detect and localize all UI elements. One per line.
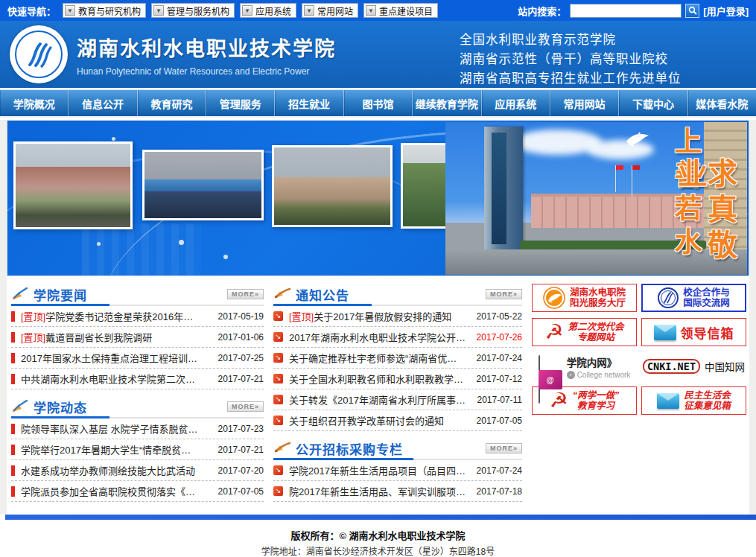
news-item-title[interactable]: 院领导率队深入基层 水院学子情系脱贫… [21, 421, 212, 436]
chevron-down-icon[interactable]: ▼ [242, 5, 252, 16]
news-item-title[interactable]: 中共湖南水利水电职业技术学院第二次… [21, 372, 212, 386]
badge-democratic-life-mailbox[interactable]: 民主生活会征集意见箱 [641, 386, 746, 415]
news-item-title[interactable]: 2017年国家水土保持重点治理工程培训… [21, 351, 212, 365]
news-item-title[interactable]: 学院党委书记范金星荣获2016年… [45, 309, 212, 323]
pinned-tag: [置顶] [289, 309, 314, 323]
badge-cnki[interactable]: CNKI.NET 中国知网 [641, 352, 746, 381]
news-item-title[interactable]: 学院举行2017年暑期大学生“情牵脱贫… [21, 442, 212, 456]
section-title: 学院动态 [34, 398, 87, 416]
chevron-down-icon[interactable]: ▼ [65, 5, 75, 16]
pinned-tag: [置顶] [21, 309, 45, 323]
notice-item[interactable]: ↘ 关于转发《2017年湖南省水利厅所属事… 2017-07-11 [273, 389, 522, 410]
notice-item[interactable]: ↘ [置顶] 关于2017年暑假放假安排的通知 2017-05-22 [273, 306, 522, 327]
notice-item-title[interactable]: 关于确定推荐杜宇老师参选“湖南省优… [289, 351, 471, 365]
badge-leader-mailbox[interactable]: 领导信箱 [641, 318, 746, 346]
news-item[interactable]: [置顶] 学院党委书记范金星荣获2016年… 2017-05-19 [11, 306, 264, 327]
news-item[interactable]: 中共湖南水利水电职业技术学院第二次… 2017-07-21 [11, 369, 264, 389]
notice-item[interactable]: ↘ 关于确定推荐杜宇老师参选“湖南省优… 2017-07-24 [273, 348, 522, 369]
red-bar-bullet-icon [11, 353, 15, 363]
search-icon [688, 6, 697, 15]
bidding-item[interactable]: ↘ 院2017年新生生活用品、军训实训服项… 2017-07-18 [273, 481, 522, 502]
cnki-logo: CNKI.NET [643, 359, 700, 374]
news-list: [置顶] 学院党委书记范金星荣获2016年… 2017-05-19 [置顶] 戴… [11, 306, 264, 389]
news-item[interactable]: 院领导率队深入基层 水院学子情系脱贫… 2017-07-23 [11, 418, 264, 439]
notice-item-date: 2017-07-11 [477, 395, 523, 405]
hammer-sickle-icon: ☭ [544, 322, 563, 343]
honor-line: 湖南省示范性（骨干）高等职业院校 [460, 49, 682, 69]
search-button[interactable] [685, 4, 699, 18]
badge-party-congress[interactable]: ☭ 第二次党代会专题网站 [532, 318, 637, 346]
more-button[interactable]: MORE» [227, 401, 264, 412]
more-button[interactable]: MORE» [486, 443, 522, 453]
news-item-title[interactable]: 戴道晋副省长到我院调研 [45, 330, 212, 344]
notice-item-date: 2017-07-05 [477, 416, 522, 426]
notice-item[interactable]: ↘ 关于全国水利职教名师和水利职教教学… 2017-07-12 [273, 369, 522, 389]
bidding-item[interactable]: ↘ 学院2017年新生生活用品项目（品目四… 2017-07-24 [273, 460, 522, 481]
arrow-square-bullet-icon: ↘ [273, 486, 283, 496]
honor-list: 全国水利职业教育示范学院 湖南省示范性（骨干）高等职业院校 湖南省高职高专招生就… [460, 30, 682, 88]
nav-item-media[interactable]: 媒体看水院 [688, 90, 756, 116]
notice-item-title[interactable]: 关于2017年暑假放假安排的通知 [314, 309, 470, 323]
notice-item[interactable]: ↘ 2017年湖南水利水电职业技术学院公开… 2017-07-26 [273, 327, 522, 348]
bidding-item-title[interactable]: 学院2017年新生生活用品项目（品目四… [289, 463, 471, 477]
bidding-item-date: 2017-07-18 [477, 486, 522, 497]
banner-photo-students-event[interactable] [142, 150, 264, 220]
red-bar-bullet-icon [11, 332, 15, 343]
badge-two-studies[interactable]: ☭ “两学一做”教育学习 [532, 386, 637, 415]
badge-college-intranet[interactable]: @ 学院内网》 ›College network [532, 352, 637, 381]
news-item[interactable]: 学院举行2017年暑期大学生“情牵脱贫… 2017-07-21 [11, 439, 264, 460]
school-logo[interactable] [10, 25, 68, 83]
dropdown-education-research[interactable]: ▼ 教育与研究机构 [63, 3, 146, 18]
decorative-dot [112, 137, 115, 141]
chevron-down-icon[interactable]: ▼ [304, 5, 314, 16]
footer-divider-bar [5, 515, 756, 520]
chevron-down-icon[interactable]: ▼ [153, 5, 164, 16]
nav-item-education-research[interactable]: 教育研究 [138, 90, 206, 116]
nav-item-library[interactable]: 图书馆 [344, 90, 413, 116]
notices-list: ↘ [置顶] 关于2017年暑假放假安排的通知 2017-05-22 ↘ 201… [273, 306, 522, 431]
search-input[interactable] [570, 4, 682, 18]
school-title-english: Hunan Polytechnic of Water Resources and… [77, 66, 336, 77]
quick-nav-label: 快速导航： [7, 4, 56, 18]
title-underline [273, 458, 413, 460]
notice-item-title[interactable]: 关于组织召开教学改革研讨会的通知 [289, 413, 471, 427]
dropdown-management-service[interactable]: ▼ 管理与服务机构 [151, 3, 235, 18]
banner-photo-campus-view[interactable] [272, 145, 393, 227]
news-item[interactable]: 学院派员参加全省高职院校贯彻落实《… 2017-07-05 [11, 481, 264, 502]
bidding-item-title[interactable]: 院2017年新生生活用品、军训实训服项… [289, 484, 471, 498]
notice-item-title[interactable]: 关于全国水利职教名师和水利职教教学… [289, 372, 471, 386]
news-item[interactable]: [置顶] 戴道晋副省长到我院调研 2017-01-06 [11, 327, 264, 348]
more-button[interactable]: MORE» [227, 289, 264, 299]
notice-item-title[interactable]: 关于转发《2017年湖南省水利厅所属事… [289, 392, 471, 407]
arrow-square-bullet-icon: ↘ [273, 332, 283, 342]
nav-item-continuing-education[interactable]: 继续教育学院 [413, 90, 481, 116]
nav-item-common-websites[interactable]: 常用网站 [550, 90, 619, 116]
dropdown-key-projects[interactable]: ▼ 重点建设项目 [363, 3, 438, 18]
chevron-down-icon[interactable]: ▼ [366, 5, 376, 16]
news-item[interactable]: 2017年国家水土保持重点治理工程培训… 2017-07-25 [11, 348, 264, 369]
content-area: 学院要闻 MORE» [置顶] 学院党委书记范金星荣获2016年… 2017-0… [7, 276, 749, 515]
banner-photo-campus-building[interactable] [13, 141, 133, 229]
circle-arrow-icon: › [567, 371, 575, 379]
user-login-link[interactable]: [用户登录] [703, 4, 749, 18]
news-item[interactable]: 水建系成功举办教师测绘技能大比武活动 2017-07-20 [11, 460, 264, 481]
nav-item-admissions[interactable]: 招生就业 [275, 90, 343, 116]
notice-item-date: 2017-07-12 [477, 374, 522, 384]
dropdown-application-systems[interactable]: ▼ 应用系统 [240, 3, 296, 18]
badge-sunshine-service-hall[interactable]: 湖南水电职院阳光服务大厅 [532, 284, 637, 312]
banner-photo-campus-gate[interactable]: 上善若水 求真敬业 [445, 122, 747, 275]
nav-item-app-systems[interactable]: 应用系统 [482, 90, 550, 116]
nav-item-management-service[interactable]: 管理服务 [206, 90, 275, 116]
section-college-news: 学院要闻 MORE» [置顶] 学院党委书记范金星荣获2016年… 2017-0… [11, 284, 264, 389]
dropdown-common-websites[interactable]: ▼ 常用网站 [302, 3, 358, 18]
nav-item-downloads[interactable]: 下载中心 [619, 90, 687, 116]
pen-nib-icon [273, 440, 291, 456]
more-button[interactable]: MORE» [486, 289, 522, 299]
nav-item-overview[interactable]: 学院概况 [0, 90, 69, 116]
nav-item-info-disclosure[interactable]: 信息公开 [69, 90, 137, 116]
news-item-title[interactable]: 水建系成功举办教师测绘技能大比武活动 [21, 463, 212, 477]
badge-cooperation-exchange[interactable]: 校企合作与国际交流网 [641, 284, 746, 312]
notice-item[interactable]: ↘ 关于组织召开教学改革研讨会的通知 2017-07-05 [273, 410, 522, 431]
news-item-title[interactable]: 学院派员参加全省高职院校贯彻落实《… [21, 484, 212, 498]
notice-item-title[interactable]: 2017年湖南水利水电职业技术学院公开… [289, 330, 471, 344]
